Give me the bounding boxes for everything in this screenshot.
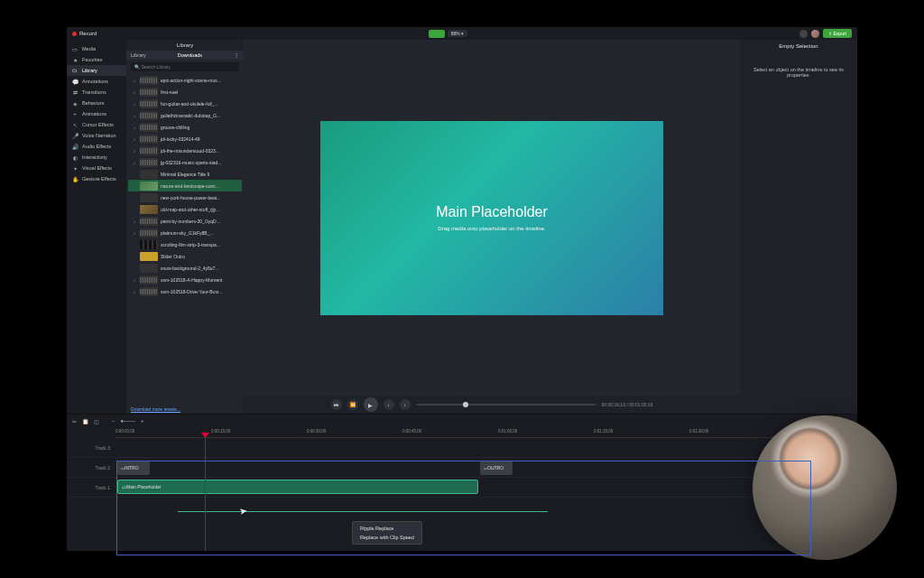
nav-icon: 🎤	[71, 132, 79, 139]
ruler-tick: 0:00:15;00	[211, 429, 230, 434]
item-name: ssm-102518-A-Happy-Moment	[161, 277, 239, 283]
nav-animations[interactable]: +Animations	[67, 108, 126, 119]
nav-icon: ★	[71, 56, 79, 63]
library-item[interactable]: Minimal Elegance Title 9	[128, 168, 242, 180]
zoom-in-icon[interactable]: +	[141, 418, 144, 424]
canvas[interactable]: Main Placeholder Drag media onto placeho…	[320, 121, 663, 315]
item-name: jg-032316-music-xperts-stad...	[161, 160, 239, 165]
item-name: Slider Outro	[161, 254, 239, 259]
library-item[interactable]: ♪goliathcinematic-dubstep_G...	[128, 109, 242, 121]
library-item[interactable]: ♪ssm-102518-Drive-Your-Busi...	[128, 285, 242, 297]
zoom-out-icon[interactable]: −	[112, 418, 116, 424]
track-label[interactable]: Track 1	[67, 485, 116, 490]
next-frame-button[interactable]: ›	[400, 399, 411, 410]
canvas-subtitle: Drag media onto placeholder on the timel…	[438, 226, 545, 231]
library-item[interactable]: ♪fun-guitar-and-ukulele-full_...	[128, 98, 242, 109]
nav-cursor-effects[interactable]: ↖Cursor Effects	[67, 119, 126, 130]
playhead[interactable]	[205, 438, 206, 551]
thumbnail	[140, 158, 158, 167]
scrub-handle[interactable]	[463, 402, 468, 407]
prev-frame-button[interactable]: ⏮	[331, 399, 342, 410]
ruler-tick: 0:01:30;00	[689, 429, 708, 434]
library-item[interactable]: ♪epic-action-night-scene-mus...	[128, 74, 242, 86]
library-item[interactable]: ♪paint-by-numbers-30_GyqD...	[128, 215, 242, 227]
split-tool-icon[interactable]: ◫	[94, 418, 99, 424]
library-list[interactable]: ♪epic-action-night-scene-mus...♪first-no…	[126, 74, 244, 405]
export-button[interactable]: ⇪ Export	[823, 29, 852, 38]
thumbnail	[140, 135, 158, 144]
notification-icon[interactable]	[799, 30, 808, 38]
nav-label: Interactivity	[82, 154, 107, 160]
record-label: Record	[79, 31, 97, 36]
track-body[interactable]: ▭ INTRO ▭ OUTRO	[116, 458, 857, 477]
nav-interactivity[interactable]: ◐Interactivity	[67, 152, 126, 163]
music-note-icon: ♪	[131, 148, 138, 154]
track-label[interactable]: Track 3	[67, 445, 116, 451]
tool-button-group[interactable]	[429, 30, 445, 38]
library-item[interactable]: new-york-house-power-beat...	[128, 191, 242, 203]
clip-outro[interactable]: ▭ OUTRO	[480, 461, 513, 475]
library-item[interactable]: old-map-and-other-stuff_rjjy...	[128, 203, 242, 215]
record-button[interactable]: Record	[72, 31, 97, 36]
library-item[interactable]: ♪ssm-102518-A-Happy-Moment	[128, 274, 242, 285]
ruler-tick: 0:01:00;00	[498, 429, 517, 434]
ctx-replace-clip-speed[interactable]: Replace with Clip Speed	[353, 533, 421, 542]
ctx-ripple-replace[interactable]: Ripple Replace	[353, 524, 421, 533]
library-item[interactable]: ♪jg-032316-music-xperts-stad...	[128, 156, 242, 168]
library-item[interactable]: nature-and-landscape-conc...	[128, 180, 242, 191]
nav-transitions[interactable]: ⇄Transitions	[67, 87, 126, 98]
nav-behaviors[interactable]: ◈Behaviors	[67, 98, 126, 108]
nav-visual-effects[interactable]: ✦Visual Effects	[67, 163, 126, 173]
thumbnail	[140, 240, 158, 249]
step-fwd-button[interactable]: ‹	[383, 399, 394, 410]
nav-voice-narration[interactable]: 🎤Voice Narration	[67, 130, 126, 141]
nav-library[interactable]: 🗀Library	[67, 65, 126, 76]
chevron-down-icon: ⋮	[234, 52, 239, 58]
timeline-ruler[interactable]: 0:00:00;000:00:15;000:00:30;000:00:45;00…	[116, 427, 857, 438]
music-note-icon: ♪	[131, 113, 138, 118]
track-body[interactable]: ▭ Main Placeholder	[116, 478, 857, 497]
nav-audio-effects[interactable]: 🔊Audio Effects	[67, 141, 126, 152]
library-item[interactable]: Slider Outro	[128, 250, 242, 262]
library-item[interactable]: snow-background-2_4y8o7...	[128, 262, 242, 274]
download-more-link[interactable]: Download more assets...	[126, 405, 244, 414]
track-2: Track 2 ▭ INTRO ▭ OUTRO	[67, 458, 857, 478]
nav-gesture-effects[interactable]: ✋Gesture Effects	[67, 173, 126, 184]
track-body[interactable]	[116, 438, 857, 457]
library-item[interactable]: ♪first-noel	[128, 86, 242, 98]
step-back-button[interactable]: ⏪	[347, 399, 358, 410]
nav-label: Animations	[82, 111, 106, 117]
nav-favorites[interactable]: ★Favorites	[67, 54, 126, 65]
clip-main-placeholder[interactable]: ▭ Main Placeholder	[117, 480, 478, 494]
library-item[interactable]: ♪jdi-lucky-032414-49	[128, 133, 242, 144]
play-button[interactable]: ▶	[364, 397, 378, 412]
cut-tool-icon[interactable]: ✂	[72, 418, 77, 424]
zoom-dropdown[interactable]: 88% ▾	[448, 30, 467, 37]
thumbnail	[140, 287, 158, 296]
item-name: jdi-lucky-032414-49	[161, 136, 239, 142]
zoom-slider[interactable]: ●───	[121, 418, 135, 424]
library-item[interactable]: ♪jdi-the-misunderstood-0323...	[128, 144, 242, 156]
clip-intro[interactable]: ▭ INTRO	[117, 461, 150, 475]
nav-icon: ✦	[71, 164, 79, 172]
library-item[interactable]: scrolling-film-strip-3-transpa...	[128, 238, 242, 250]
music-note-icon: ♪	[131, 101, 138, 107]
paste-tool-icon[interactable]: 📋	[82, 418, 88, 424]
library-folder-dropdown[interactable]: Library Downloads ⋮	[126, 51, 244, 60]
library-search-input[interactable]: 🔍 Search Library	[131, 62, 239, 71]
scrub-bar[interactable]	[416, 404, 596, 406]
library-item[interactable]: ♪groove-chilling	[128, 121, 242, 133]
music-note-icon: ♪	[131, 277, 138, 283]
nav-icon: ▭	[71, 45, 79, 52]
properties-title: Empty Selection	[744, 43, 854, 49]
item-name: ssm-102518-Drive-Your-Busi...	[161, 289, 239, 294]
track-label[interactable]: Track 2	[67, 465, 116, 471]
thumbnail	[140, 88, 158, 97]
nav-annotations[interactable]: 💬Annotations	[67, 76, 126, 87]
library-item[interactable]: ♪platinum-sky_G1kFy8B_...	[128, 227, 242, 238]
thumbnail	[140, 146, 158, 155]
context-menu: Ripple Replace Replace with Clip Speed	[352, 521, 422, 545]
nav-media[interactable]: ▭Media	[67, 43, 126, 54]
avatar-icon[interactable]	[811, 30, 819, 38]
library-title: Library	[126, 40, 244, 51]
